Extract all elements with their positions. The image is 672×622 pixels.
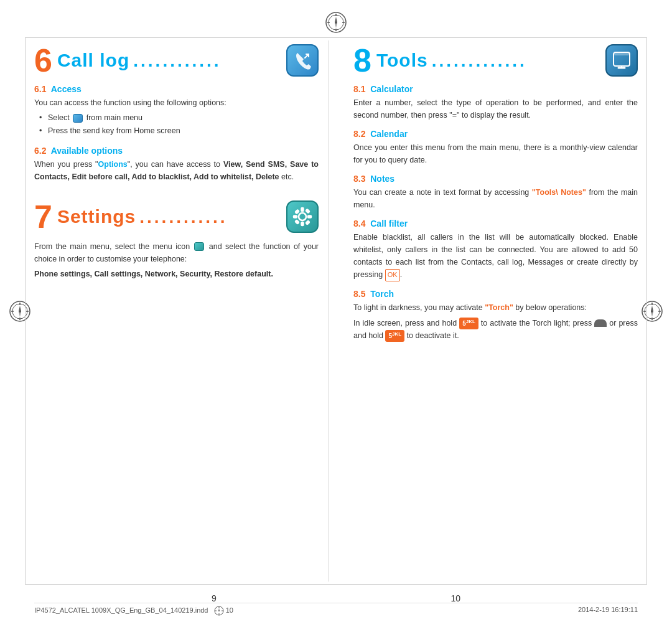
subsection-8-5: 8.5 Torch To light in darkness, you may … [353,289,638,342]
subsection-8-5-title: 8.5 Torch [353,289,638,299]
svg-rect-33 [306,220,310,224]
subsection-6-1-title: 6.1 Access [34,84,319,94]
right-column: 8 Tools............. 8.1 Calculator Ente… [347,40,638,582]
subsection-8-1-title: 8.1 Calculator [353,84,638,94]
page-border-bottom [25,584,647,585]
svg-rect-37 [614,52,630,55]
section7-header: 7 Settings............ [34,200,319,233]
svg-rect-32 [296,210,299,214]
main-content: 6 Call log............ 6.1 Access You ca… [34,40,638,582]
ok-button-inline: OK [385,269,400,281]
subsection-8-2-title: 8.2 Calendar [353,129,638,139]
calendar-text: Once you enter this menu from the main m… [353,141,638,166]
svg-rect-35 [306,209,310,213]
section6-number: 6 [34,44,52,77]
subsection-8-1: 8.1 Calculator Enter a number, select th… [353,84,638,121]
section6-title: Call log............ [57,50,286,71]
subsection-8-4-title: 8.4 Call filter [353,219,638,229]
key-5jkl-icon: 5JKL [459,318,478,329]
svg-rect-31 [308,215,311,217]
page-border-top [25,37,647,38]
subsection-8-4: 8.4 Call filter Enable blacklist, all ca… [353,219,638,281]
footer: IP4572_ALCATEL 1009X_QG_Eng_GB_04_140219… [34,603,638,616]
page-border-left [25,37,26,585]
compass-right-icon [641,300,663,323]
compass-top-icon [325,11,347,34]
torch-text2: In idle screen, press and hold 5JKL to a… [353,317,638,342]
key-5jkl-icon2: 5JKL [385,330,404,342]
svg-point-27 [299,213,306,220]
access-bullets: Select from main menu Press the send key… [39,111,319,138]
notes-text: You can create a note in text format by … [353,186,638,211]
calculator-text: Enter a number, select the type of opera… [353,97,638,121]
settings-body: From the main menu, select the menu icon… [34,240,319,265]
footer-left: IP4572_ALCATEL 1009X_QG_Eng_GB_04_140219… [34,606,233,616]
torch-text1: To light in darkness, you may activate "… [353,301,638,314]
section8-header: 8 Tools............. [353,44,638,77]
page-number-right: 10 [450,593,460,603]
section6-header: 6 Call log............ [34,44,319,77]
bullet-select: Select from main menu [39,111,319,125]
page-border-right [646,37,647,585]
available-options-text: When you press "Options", you can have a… [34,158,319,183]
section8-number: 8 [353,44,371,77]
svg-point-17 [19,310,21,313]
settings-icon [286,200,319,233]
bullet-send: Press the send key from Home screen [39,125,319,138]
section7-title: Settings............ [57,206,286,227]
svg-point-8 [335,21,337,24]
subsection-8-3: 8.3 Notes You can create a note in text … [353,174,638,211]
settings-options: Phone settings, Call settings, Network, … [34,268,319,280]
section7-number: 7 [34,200,52,233]
svg-rect-30 [294,215,297,217]
subsection-6-1: 6.1 Access You can access the function u… [34,84,319,138]
callfilter-text: Enable blacklist, all callers in the lis… [353,231,638,281]
svg-rect-34 [296,220,299,224]
subsection-8-2: 8.2 Calendar Once you enter this menu fr… [353,129,638,166]
compass-left-icon [9,300,31,323]
svg-point-46 [218,610,220,611]
svg-rect-29 [302,222,304,225]
footer-right: 2014-2-19 16:19:11 [578,606,638,616]
tools-icon [605,44,638,77]
svg-rect-28 [302,208,304,211]
svg-point-26 [651,310,653,313]
access-intro: You can access the function using the fo… [34,97,319,109]
calllog-icon [286,44,319,77]
subsection-6-2: 6.2 Available options When you press "Op… [34,146,319,183]
subsection-8-3-title: 8.3 Notes [353,174,638,184]
page-number-left: 9 [212,593,217,603]
section8-title: Tools............. [376,50,605,71]
subsection-6-2-title: 6.2 Available options [34,146,319,156]
left-column: 6 Call log............ 6.1 Access You ca… [34,40,329,582]
